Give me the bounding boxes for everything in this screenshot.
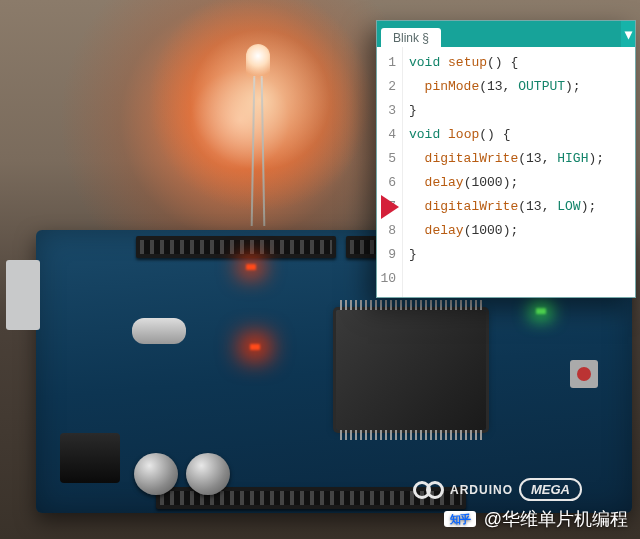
zhihu-logo-icon: 知乎 <box>444 511 476 527</box>
code-line[interactable]: digitalWrite(13, LOW); <box>409 195 629 219</box>
line-number: 6 <box>379 171 396 195</box>
editor-tabbar: Blink § ▾ <box>377 21 635 47</box>
capacitor-1 <box>134 453 178 495</box>
line-number: 8 <box>379 219 396 243</box>
onboard-led-l <box>250 344 260 350</box>
code-line[interactable]: delay(1000); <box>409 171 629 195</box>
code-line[interactable]: } <box>409 243 629 267</box>
code-area[interactable]: 12345678910 void setup() { pinMode(13, O… <box>377 47 635 297</box>
led-component <box>246 44 270 78</box>
editor-tab-blink[interactable]: Blink § <box>381 28 441 47</box>
model-badge: MEGA <box>519 478 582 501</box>
onboard-led-on <box>536 308 546 314</box>
line-number: 9 <box>379 243 396 267</box>
line-number-gutter: 12345678910 <box>377 47 403 297</box>
code-editor-window: Blink § ▾ 12345678910 void setup() { pin… <box>376 20 636 298</box>
code-line[interactable]: pinMode(13, OUTPUT); <box>409 75 629 99</box>
onboard-led-tx <box>246 264 256 270</box>
crystal-oscillator <box>132 318 186 344</box>
pin-header-top-left <box>136 236 336 258</box>
line-number: 4 <box>379 123 396 147</box>
code-line[interactable]: void loop() { <box>409 123 629 147</box>
watermark-text: @华维单片机编程 <box>484 507 628 531</box>
board-branding: ARDUINO MEGA <box>413 478 582 501</box>
execution-pointer-icon <box>381 195 399 219</box>
microcontroller-chip <box>336 310 486 430</box>
code-line[interactable]: delay(1000); <box>409 219 629 243</box>
dc-barrel-jack <box>60 433 120 483</box>
line-number: 2 <box>379 75 396 99</box>
code-line[interactable]: } <box>409 99 629 123</box>
watermark: 知乎 @华维单片机编程 <box>444 507 628 531</box>
code-line[interactable]: void setup() { <box>409 51 629 75</box>
code-text[interactable]: void setup() { pinMode(13, OUTPUT);}void… <box>403 47 635 297</box>
line-number: 1 <box>379 51 396 75</box>
line-number: 5 <box>379 147 396 171</box>
tabbar-overflow-icon[interactable]: ▾ <box>621 21 635 47</box>
infinity-logo-icon <box>413 481 444 499</box>
line-number: 10 <box>379 267 396 291</box>
code-line[interactable]: digitalWrite(13, HIGH); <box>409 147 629 171</box>
reset-button <box>570 360 598 388</box>
capacitor-2 <box>186 453 230 495</box>
brand-label: ARDUINO <box>450 483 513 497</box>
line-number: 3 <box>379 99 396 123</box>
